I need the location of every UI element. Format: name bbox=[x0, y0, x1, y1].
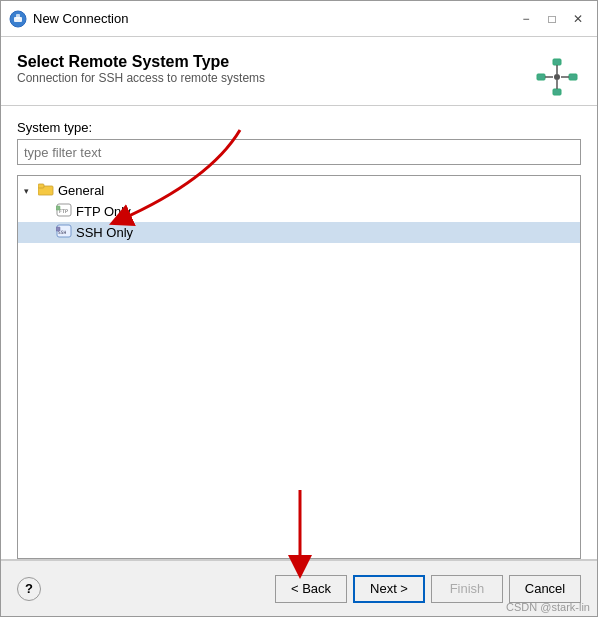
header-icon bbox=[533, 53, 581, 101]
close-button[interactable]: ✕ bbox=[567, 8, 589, 30]
window-title: New Connection bbox=[33, 11, 515, 26]
svg-rect-2 bbox=[16, 14, 20, 19]
svg-rect-16 bbox=[56, 206, 60, 210]
filter-input[interactable] bbox=[17, 139, 581, 165]
expand-arrow: ▾ bbox=[24, 186, 36, 196]
tree-item-ssh-label: SSH Only bbox=[76, 225, 133, 240]
window-controls: − □ ✕ bbox=[515, 8, 589, 30]
separator bbox=[1, 105, 597, 106]
tree-item-ftp-label: FTP Only bbox=[76, 204, 131, 219]
footer-left: ? bbox=[17, 577, 275, 601]
ftp-icon: FTP bbox=[56, 203, 72, 220]
title-bar: New Connection − □ ✕ bbox=[1, 1, 597, 37]
tree-item-general[interactable]: ▾ General bbox=[18, 180, 580, 201]
svg-rect-6 bbox=[569, 74, 577, 80]
svg-text:FTP: FTP bbox=[59, 208, 68, 214]
watermark: CSDN @stark-lin bbox=[506, 601, 590, 613]
maximize-button[interactable]: □ bbox=[541, 8, 563, 30]
tree-item-ssh-only[interactable]: ▸ SSH SSH Only bbox=[18, 222, 580, 243]
cancel-button[interactable]: Cancel bbox=[509, 575, 581, 603]
folder-icon bbox=[38, 182, 54, 199]
page-subtitle: Connection for SSH access to remote syst… bbox=[17, 71, 265, 85]
svg-rect-3 bbox=[553, 59, 561, 65]
tree-item-general-label: General bbox=[58, 183, 104, 198]
content-area: Select Remote System Type Connection for… bbox=[1, 37, 597, 560]
svg-rect-4 bbox=[553, 89, 561, 95]
tree-item-ftp-only[interactable]: ▸ FTP FTP Only bbox=[18, 201, 580, 222]
minimize-button[interactable]: − bbox=[515, 8, 537, 30]
footer-buttons: < Back Next > Finish Cancel bbox=[275, 575, 581, 603]
svg-rect-13 bbox=[38, 184, 44, 188]
ssh-icon: SSH bbox=[56, 224, 72, 241]
page-header: Select Remote System Type Connection for… bbox=[17, 53, 581, 101]
svg-rect-5 bbox=[537, 74, 545, 80]
system-type-label: System type: bbox=[17, 120, 581, 135]
page-header-text: Select Remote System Type Connection for… bbox=[17, 53, 265, 99]
tree-container[interactable]: ▾ General ▸ FTP bbox=[17, 175, 581, 559]
svg-point-11 bbox=[554, 74, 560, 80]
next-button[interactable]: Next > bbox=[353, 575, 425, 603]
window-icon bbox=[9, 10, 27, 28]
finish-button[interactable]: Finish bbox=[431, 575, 503, 603]
back-button[interactable]: < Back bbox=[275, 575, 347, 603]
help-button[interactable]: ? bbox=[17, 577, 41, 601]
svg-rect-19 bbox=[56, 227, 60, 231]
page-title: Select Remote System Type bbox=[17, 53, 265, 71]
